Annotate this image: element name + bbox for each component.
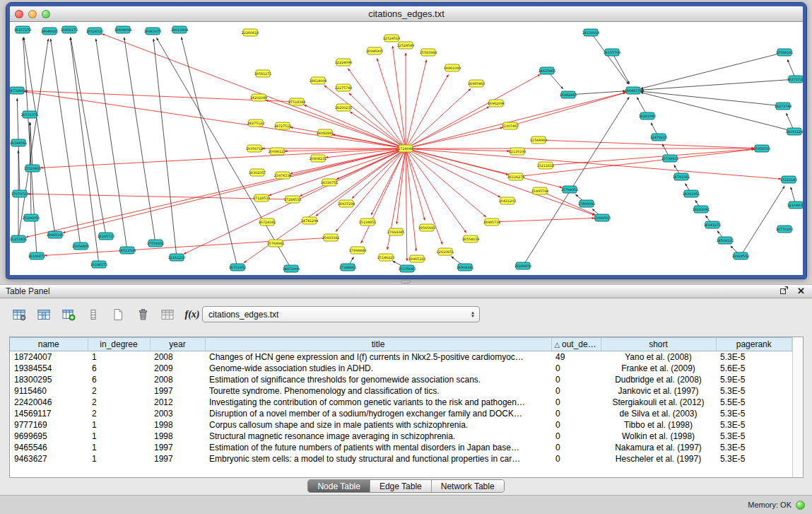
- graph-edge[interactable]: [352, 148, 406, 199]
- graph-node[interactable]: 16904341: [457, 264, 473, 271]
- graph-edge[interactable]: [641, 93, 794, 132]
- graph-node[interactable]: 17869091: [578, 200, 595, 207]
- graph-edge[interactable]: [71, 37, 106, 236]
- graph-node[interactable]: 14985463: [468, 80, 485, 87]
- graph-node[interactable]: 14635465: [539, 67, 555, 74]
- graph-node[interactable]: 11544969: [530, 136, 547, 144]
- table-cell[interactable]: Jankovic et al. (1997): [601, 385, 716, 397]
- table-cell[interactable]: 5.3E-5: [716, 442, 792, 453]
- graph-node[interactable]: 10770103: [776, 226, 793, 233]
- graph-node[interactable]: 24275122: [247, 119, 264, 127]
- graph-node[interactable]: 16942463: [560, 91, 577, 98]
- table-row[interactable]: 946362711997Embryonic stem cells: a mode…: [10, 453, 792, 465]
- graph-node[interactable]: 18344561: [10, 139, 27, 146]
- column-header-title[interactable]: title: [205, 338, 551, 351]
- table-cell[interactable]: Changes of HCN gene expression and I(f) …: [205, 351, 551, 363]
- new-document-icon[interactable]: [109, 305, 127, 324]
- table-cell[interactable]: Tibbo et al. (1998): [601, 419, 716, 431]
- graph-edge[interactable]: [244, 148, 406, 263]
- graph-edge[interactable]: [377, 58, 406, 148]
- graph-node[interactable]: 10196373: [90, 261, 107, 268]
- table-cell[interactable]: Investigating the contribution of common…: [205, 397, 551, 408]
- table-cell[interactable]: 5.3E-5: [716, 351, 792, 363]
- graph-edge[interactable]: [102, 34, 406, 148]
- table-cell[interactable]: 1: [88, 431, 150, 442]
- table-cell[interactable]: 1998: [150, 431, 205, 442]
- graph-node[interactable]: 19965183: [408, 255, 425, 262]
- graph-node[interactable]: 12524549: [397, 42, 414, 49]
- table-cell[interactable]: 0: [551, 385, 601, 397]
- graph-node[interactable]: 25603342: [322, 234, 339, 241]
- graph-node[interactable]: 18985734: [483, 218, 500, 226]
- graph-node[interactable]: 18195715: [98, 233, 114, 240]
- graph-edge[interactable]: [406, 148, 425, 220]
- graph-node[interactable]: 16791562: [673, 173, 690, 180]
- graph-node[interactable]: 14741294: [301, 217, 318, 224]
- table-cell[interactable]: 5.3E-5: [716, 408, 792, 419]
- graph-node[interactable]: 18200231: [335, 104, 352, 111]
- graph-node[interactable]: 18273744: [775, 103, 792, 110]
- table-cell[interactable]: 2008: [150, 351, 205, 363]
- table-cell[interactable]: 0: [551, 397, 601, 408]
- graph-node[interactable]: 19965190: [47, 231, 64, 238]
- graph-node[interactable]: 15958703: [753, 145, 770, 152]
- table-cell[interactable]: 9465546: [10, 442, 88, 453]
- table-cell[interactable]: 1998: [150, 419, 205, 431]
- graph-edge[interactable]: [406, 88, 471, 148]
- graph-node[interactable]: 15056805: [72, 243, 89, 250]
- table-cell[interactable]: 2009: [150, 363, 205, 374]
- table-cell[interactable]: 5.6E-5: [716, 363, 792, 374]
- graph-edge[interactable]: [523, 97, 629, 266]
- graph-node[interactable]: 19861099: [444, 64, 461, 71]
- function-builder-icon[interactable]: f(x): [183, 305, 201, 324]
- graph-node[interactable]: 15495794: [531, 187, 548, 194]
- network-graph-svg[interactable]: 1724046125245491694690512224096186140042…: [10, 23, 803, 275]
- table-cell[interactable]: Genome-wide association studies in ADHD.: [205, 363, 551, 374]
- graph-node[interactable]: 12161210: [168, 254, 185, 261]
- table-cell[interactable]: 1: [88, 351, 150, 363]
- graph-node[interactable]: 14504103: [717, 237, 734, 244]
- column-header-short[interactable]: short: [601, 338, 716, 351]
- graph-node[interactable]: 19249850: [514, 262, 531, 269]
- float-panel-icon[interactable]: [779, 285, 789, 298]
- graph-edge[interactable]: [641, 52, 784, 88]
- graph-node[interactable]: 12224096: [335, 59, 352, 66]
- graph-node[interactable]: 18614004: [310, 77, 326, 84]
- table-source-select[interactable]: citations_edges.txt ▲ ▼: [202, 306, 480, 322]
- graph-node[interactable]: 16724342: [259, 218, 276, 226]
- graph-edge[interactable]: [406, 75, 448, 148]
- graph-node[interactable]: 16554039: [462, 235, 479, 243]
- graph-node[interactable]: 14513504: [119, 247, 136, 254]
- graph-edge[interactable]: [51, 39, 81, 246]
- graph-node[interactable]: 19243091: [693, 206, 710, 213]
- graph-node[interactable]: 12275748: [335, 84, 352, 91]
- graph-node[interactable]: 16281990: [639, 112, 656, 119]
- table-cell[interactable]: 9777169: [10, 419, 88, 431]
- graph-node[interactable]: 17554302: [147, 240, 164, 247]
- graph-node[interactable]: 18581271: [254, 70, 271, 77]
- graph-edge[interactable]: [26, 148, 406, 237]
- table-cell[interactable]: 6: [88, 374, 150, 385]
- graph-edge[interactable]: [406, 148, 781, 179]
- table-cell[interactable]: 1997: [150, 385, 205, 397]
- graph-node[interactable]: 18937294: [338, 200, 355, 207]
- graph-node[interactable]: 11007467: [502, 122, 519, 129]
- graph-node[interactable]: 14732602: [10, 87, 25, 94]
- graph-node[interactable]: 1724046: [398, 145, 413, 152]
- graph-edge[interactable]: [641, 79, 796, 90]
- table-row[interactable]: 911546021997Tourette syndrome. Phenomeno…: [10, 385, 792, 397]
- graph-node[interactable]: 18604094: [114, 26, 131, 33]
- table-cell[interactable]: 9463627: [10, 453, 88, 465]
- table-cell[interactable]: 2012: [150, 397, 205, 408]
- graph-node[interactable]: 12104935: [787, 201, 803, 209]
- graph-node[interactable]: 17284533: [284, 196, 301, 203]
- table-cell[interactable]: 5.3E-5: [716, 419, 792, 431]
- table-cell[interactable]: Tourette syndrome. Phenomenology and cla…: [205, 385, 551, 397]
- table-cell[interactable]: 6: [88, 363, 150, 374]
- graph-node[interactable]: 19956173: [61, 26, 78, 33]
- graph-node[interactable]: 14872009: [283, 265, 300, 272]
- table-cell[interactable]: Dudbridge et al. (2008): [601, 374, 716, 385]
- graph-node[interactable]: 15135083: [399, 265, 416, 272]
- zoom-window-button[interactable]: [42, 10, 50, 18]
- graph-node[interactable]: 12479215: [650, 134, 667, 141]
